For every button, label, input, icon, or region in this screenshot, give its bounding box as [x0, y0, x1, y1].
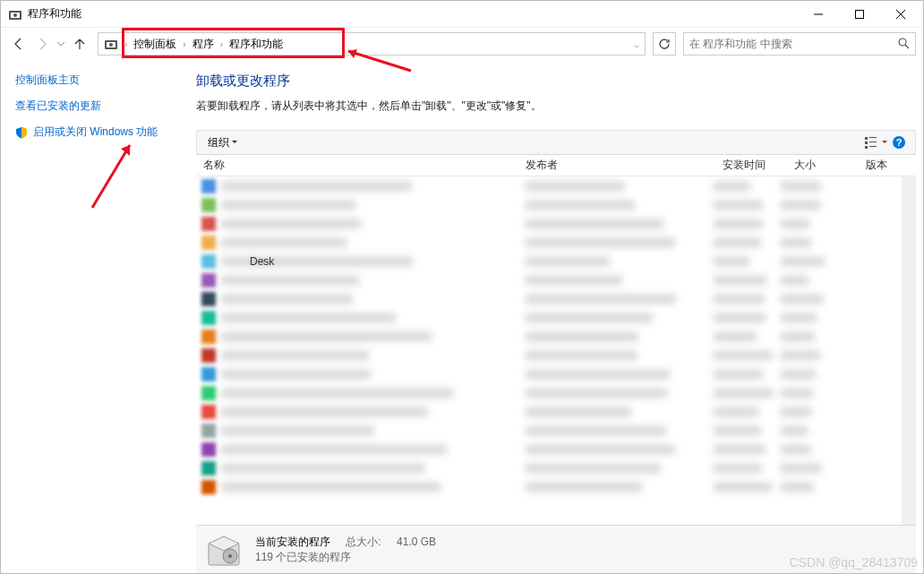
column-install-date[interactable]: 安装时间	[715, 155, 787, 176]
table-row[interactable]	[196, 308, 916, 327]
close-button[interactable]	[880, 1, 921, 28]
blurred-text	[221, 426, 374, 435]
status-title: 当前安装的程序	[255, 535, 330, 548]
search-box[interactable]	[683, 32, 916, 56]
table-row[interactable]	[196, 402, 916, 421]
main-content: 卸载或更改程序 若要卸载程序，请从列表中将其选中，然后单击"卸载"、"更改"或"…	[180, 60, 923, 573]
program-list[interactable]: Desk	[196, 176, 916, 525]
blurred-text	[526, 426, 666, 435]
svg-rect-17	[869, 146, 877, 147]
table-row[interactable]	[196, 440, 916, 458]
program-icon	[201, 386, 216, 400]
program-icon	[201, 424, 216, 438]
table-row[interactable]	[196, 176, 916, 195]
help-button[interactable]: ?	[888, 133, 910, 152]
programs-features-icon	[102, 35, 120, 53]
breadcrumb-item-control-panel[interactable]: 控制面板	[130, 35, 180, 54]
breadcrumb-dropdown[interactable]: ⌵	[630, 39, 643, 49]
table-row[interactable]	[196, 346, 916, 364]
blurred-text	[714, 201, 763, 210]
blurred-text	[781, 257, 825, 266]
sidebar-windows-features[interactable]: 启用或关闭 Windows 功能	[15, 124, 173, 140]
program-icon	[201, 480, 216, 494]
search-input[interactable]	[689, 38, 897, 50]
blurred-text	[221, 464, 424, 473]
chevron-right-icon[interactable]: ›	[218, 39, 226, 49]
svg-rect-13	[869, 137, 877, 138]
sidebar-view-installed-updates[interactable]: 查看已安装的更新	[15, 99, 173, 114]
table-row[interactable]	[196, 383, 916, 402]
blurred-text	[221, 332, 432, 341]
status-size-label: 总大小:	[346, 535, 381, 548]
blurred-text	[526, 276, 622, 285]
blurred-text	[714, 332, 757, 341]
blurred-text	[714, 276, 766, 285]
view-options-button[interactable]	[865, 133, 888, 152]
program-icon	[201, 273, 216, 287]
back-button[interactable]	[8, 33, 30, 55]
column-publisher[interactable]: 发布者	[518, 155, 715, 176]
column-size[interactable]: 大小	[787, 155, 859, 176]
programs-features-icon	[8, 7, 22, 21]
blurred-text	[221, 407, 428, 416]
blurred-text	[781, 483, 814, 492]
table-row[interactable]	[196, 327, 916, 346]
sidebar-control-panel-home[interactable]: 控制面板主页	[15, 73, 173, 88]
refresh-button[interactable]	[653, 32, 676, 56]
svg-text:?: ?	[896, 137, 903, 148]
table-row[interactable]	[196, 270, 916, 289]
table-row[interactable]	[196, 195, 916, 214]
history-dropdown[interactable]	[55, 33, 67, 55]
svg-rect-14	[865, 141, 868, 144]
blurred-text	[526, 219, 663, 228]
table-row[interactable]	[196, 252, 916, 270]
search-icon[interactable]	[897, 37, 910, 52]
blurred-text	[714, 295, 765, 304]
blurred-text	[781, 238, 811, 247]
blurred-text	[221, 483, 441, 492]
blurred-text	[781, 464, 822, 473]
blurred-text	[526, 483, 643, 492]
program-icon	[201, 292, 216, 306]
blurred-text	[714, 370, 763, 379]
toolbar: 组织 ?	[196, 130, 916, 155]
program-icon	[201, 198, 216, 212]
table-row[interactable]	[196, 233, 916, 252]
window-controls	[798, 1, 921, 28]
scrollbar[interactable]	[902, 176, 916, 525]
breadcrumb-item-programs[interactable]: 程序	[189, 35, 218, 54]
status-size-value: 41.0 GB	[397, 535, 436, 548]
program-icon	[201, 461, 216, 475]
blurred-text	[781, 445, 811, 454]
maximize-button[interactable]	[839, 1, 880, 28]
blurred-text	[714, 464, 762, 473]
blurred-text	[781, 389, 813, 398]
blurred-text	[221, 276, 359, 285]
blurred-text	[781, 276, 808, 285]
chevron-right-icon[interactable]: ›	[122, 39, 130, 49]
column-version[interactable]: 版本	[859, 155, 916, 176]
table-row[interactable]	[196, 214, 916, 233]
blurred-text	[221, 445, 447, 454]
blurred-text	[781, 313, 817, 322]
up-button[interactable]	[69, 33, 90, 55]
breadcrumb-item-programs-features[interactable]: 程序和功能	[226, 35, 287, 54]
table-row[interactable]	[196, 364, 916, 383]
table-row[interactable]	[196, 477, 916, 496]
page-heading: 卸载或更改程序	[196, 73, 916, 90]
table-row[interactable]	[196, 458, 916, 477]
blurred-text	[526, 351, 637, 360]
blurred-text	[526, 445, 675, 454]
breadcrumb[interactable]: › 控制面板 › 程序 › 程序和功能 ⌵	[98, 32, 646, 56]
organize-menu[interactable]: 组织	[202, 133, 244, 152]
programs-box-icon	[205, 531, 243, 569]
chevron-right-icon[interactable]: ›	[180, 39, 188, 49]
forward-button[interactable]	[31, 33, 53, 55]
minimize-button[interactable]	[798, 1, 839, 28]
status-bar: 当前安装的程序 总大小: 41.0 GB 119 个已安装的程序	[196, 525, 916, 573]
program-icon	[201, 254, 216, 269]
table-row[interactable]	[196, 421, 916, 440]
table-row[interactable]	[196, 289, 916, 308]
column-name[interactable]: 名称	[196, 155, 518, 176]
blurred-text	[714, 426, 761, 435]
